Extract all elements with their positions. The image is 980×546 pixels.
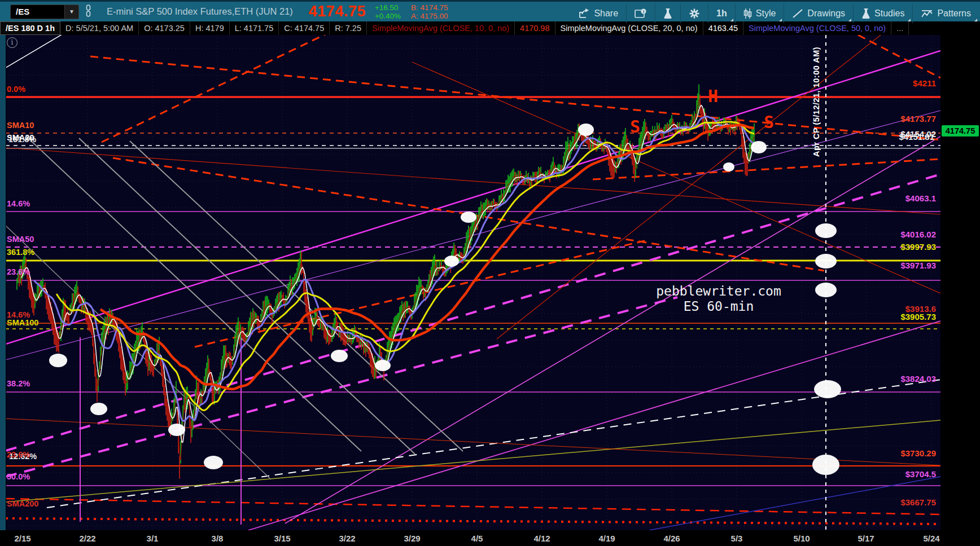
fib-sma-label-left: 50.0% bbox=[7, 472, 30, 481]
fib-sma-label-left: SMA50 bbox=[7, 235, 34, 244]
study-value: 4163.45 bbox=[703, 21, 743, 35]
fib-sma-label-left: SMA10 bbox=[7, 121, 34, 130]
chart-info-icon[interactable]: i bbox=[7, 37, 18, 48]
dropdown-corner-icon bbox=[779, 19, 782, 21]
fib-sma-label-left: 361.8% bbox=[7, 248, 34, 257]
style-button[interactable]: Style bbox=[735, 3, 784, 23]
share-button[interactable]: Share bbox=[571, 3, 626, 23]
share-label: Share bbox=[594, 8, 618, 19]
price-level-label: $3997.93 bbox=[900, 242, 936, 252]
chart-canvas[interactable] bbox=[0, 0, 980, 546]
ohlc-field: R: 7.25 bbox=[330, 21, 367, 35]
head-shoulders-marker: H bbox=[708, 86, 718, 106]
symbol-caret-icon[interactable]: ▼ bbox=[65, 5, 79, 19]
change-points: +16.50 bbox=[375, 3, 401, 12]
symbol-input[interactable]: /ES bbox=[10, 5, 65, 19]
dropdown-corner-icon bbox=[730, 19, 733, 21]
symbol-dropdown[interactable]: /ES ▼ bbox=[10, 5, 79, 19]
price-level-label: $4151.81 bbox=[899, 132, 934, 142]
share-icon bbox=[579, 8, 590, 19]
time-axis-tick: 5/17 bbox=[858, 534, 874, 543]
fib-sma-label-left: SMA200 bbox=[7, 499, 38, 508]
head-shoulders-marker: S bbox=[764, 112, 774, 132]
link-icon[interactable] bbox=[85, 5, 92, 19]
dropdown-corner-icon bbox=[974, 19, 977, 21]
price-axis[interactable] bbox=[940, 35, 980, 546]
studies-button[interactable]: Studies bbox=[853, 3, 912, 23]
price-level-label: $3667.75 bbox=[900, 497, 936, 507]
svg-text:i: i bbox=[643, 8, 644, 14]
watermark-site: pebblewriter.com bbox=[656, 284, 781, 299]
last-price: 4174.75 bbox=[309, 3, 366, 20]
panel-info-icon: i bbox=[635, 8, 647, 19]
price-level-label: $4063.1 bbox=[905, 193, 936, 203]
fib-sma-label-left: 23.6% bbox=[7, 450, 30, 459]
candlestick-icon bbox=[743, 8, 752, 19]
ohlc-field: O: 4173.25 bbox=[139, 21, 190, 35]
patterns-label: Patterns bbox=[937, 8, 971, 19]
price-level-label: $3730.29 bbox=[900, 448, 936, 458]
bid-ask: B: 4174.75 A: 4175.00 bbox=[411, 3, 448, 20]
time-axis-tick: 2/15 bbox=[14, 534, 30, 543]
watermark-timeframe: ES 60-min bbox=[656, 299, 781, 314]
left-panel-edge bbox=[0, 35, 6, 530]
price-change: +16.50 +0.40% bbox=[375, 3, 401, 20]
flask-icon bbox=[663, 8, 672, 19]
thinkorswim-chart-window: /ES ▼ E-mini S&P 500 Index Futures,ETH (… bbox=[0, 0, 980, 546]
price-level-label: $4211 bbox=[913, 78, 936, 88]
apr-cp-annotation: Apr CP (5/12/21, 10:00 AM) bbox=[812, 38, 821, 157]
time-axis-tick: 3/29 bbox=[404, 534, 420, 543]
time-axis-tick: 5/10 bbox=[793, 534, 810, 543]
time-axis-tick: 4/5 bbox=[471, 534, 483, 543]
patterns-icon bbox=[921, 8, 933, 19]
time-axis-tick: 3/8 bbox=[212, 534, 224, 543]
ohlc-field: L: 4171.75 bbox=[230, 21, 279, 35]
change-percent: +0.40% bbox=[375, 12, 401, 20]
time-axis-tick: 4/12 bbox=[533, 534, 550, 543]
style-label: Style bbox=[756, 8, 776, 19]
fib-sma-label-left: 23.6% bbox=[7, 267, 30, 276]
chart-toolbar: /ES ▼ E-mini S&P 500 Index Futures,ETH (… bbox=[0, 0, 980, 21]
price-level-label: $3905.73 bbox=[900, 312, 936, 322]
time-axis-tick: 5/3 bbox=[731, 534, 743, 543]
price-level-label: $3824.03 bbox=[900, 374, 936, 384]
time-axis-tick: 4/19 bbox=[598, 534, 615, 543]
time-axis-tick: 3/15 bbox=[274, 534, 290, 543]
fib-sma-label-left: 14.6% bbox=[7, 199, 30, 208]
gear-icon bbox=[689, 8, 700, 19]
drawings-button[interactable]: Drawings bbox=[784, 3, 853, 23]
price-level-label: $3971.93 bbox=[900, 261, 936, 270]
dropdown-corner-icon bbox=[908, 19, 911, 21]
analyze-flask-button[interactable] bbox=[655, 3, 680, 23]
time-axis-tick: 5/24 bbox=[923, 534, 939, 543]
ohlc-field: D: 5/5/21, 5:00 AM bbox=[60, 21, 139, 35]
patterns-button[interactable]: Patterns bbox=[912, 3, 979, 23]
timeframe-label: 1h bbox=[716, 8, 727, 19]
ohlc-field: H: 4179 bbox=[190, 21, 230, 35]
flask-icon bbox=[861, 8, 870, 19]
price-level-label: $3704.5 bbox=[905, 469, 936, 479]
fib-sma-label-left: SMA20 bbox=[7, 133, 34, 142]
study-label[interactable]: SimpleMovingAvg (CLOSE, 20, 0, no) bbox=[555, 21, 703, 35]
chart-status-row: /ES 180 D 1hD: 5/5/21, 5:00 AMO: 4173.25… bbox=[0, 21, 980, 35]
studies-label: Studies bbox=[874, 8, 904, 19]
study-value: 4170.98 bbox=[515, 21, 555, 35]
chart-describer-button[interactable]: i bbox=[626, 3, 655, 23]
bid-value: B: 4174.75 bbox=[411, 3, 448, 12]
ask-value: A: 4175.00 bbox=[411, 12, 448, 20]
fib-sma-label-left: 0.0% bbox=[7, 85, 25, 94]
watermark: pebblewriter.com ES 60-min bbox=[656, 284, 781, 314]
time-axis-tick: 2/22 bbox=[79, 534, 95, 543]
study-value: ... bbox=[891, 21, 909, 35]
instrument-title: E-mini S&P 500 Index Futures,ETH (JUN 21… bbox=[107, 6, 293, 17]
time-axis-tick: 4/26 bbox=[663, 534, 680, 543]
time-axis-tick: 3/1 bbox=[147, 534, 159, 543]
settings-gear-button[interactable] bbox=[680, 3, 708, 23]
study-label[interactable]: SimpleMovingAvg (CLOSE, 50, 0, no) bbox=[743, 21, 891, 35]
price-level-label: $4173.77 bbox=[900, 114, 936, 124]
price-level-label: $4016.02 bbox=[900, 230, 936, 239]
chart-descriptor: /ES 180 D 1h bbox=[0, 21, 60, 35]
timeframe-button[interactable]: 1h bbox=[708, 3, 735, 23]
study-label[interactable]: SimpleMovingAvg (CLOSE, 10, 0, no) bbox=[367, 21, 515, 35]
fib-sma-label-left: SMA100 bbox=[7, 318, 38, 327]
